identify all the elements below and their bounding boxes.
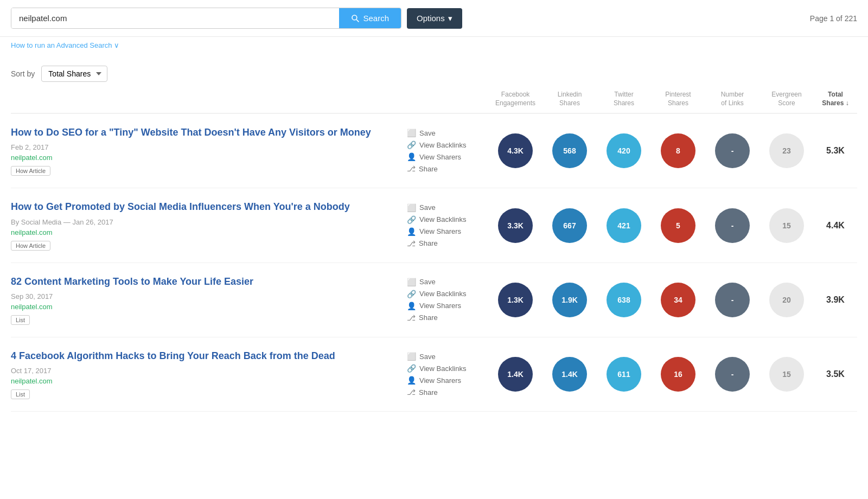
view-backlinks-action[interactable]: 🔗 View Backlinks — [407, 290, 466, 298]
col-evergreen: EvergreenScore — [760, 91, 814, 107]
link-icon: 🔗 — [407, 140, 416, 149]
facebook-circle: 1.3K — [498, 283, 533, 317]
article-source[interactable]: neilpatel.com — [11, 303, 391, 311]
twitter-metric: 638 — [597, 283, 651, 317]
col-facebook: FacebookEngagements — [488, 91, 542, 107]
article-actions: ⬜ Save 🔗 View Backlinks 👤 View Sharers ⎇… — [401, 278, 488, 322]
article-actions: ⬜ Save 🔗 View Backlinks 👤 View Sharers ⎇… — [401, 129, 488, 173]
article-source[interactable]: neilpatel.com — [11, 377, 391, 385]
article-info: 82 Content Marketing Tools to Make Your … — [11, 275, 401, 325]
linkedin-metric: 667 — [542, 208, 597, 243]
facebook-metric: 4.3K — [488, 133, 542, 168]
evergreen-metric: 15 — [760, 357, 814, 392]
save-icon: ⬜ — [407, 278, 416, 286]
linkedin-metric: 1.9K — [542, 283, 597, 317]
share-action[interactable]: ⎇ Share — [407, 164, 438, 173]
facebook-metric: 1.3K — [488, 283, 542, 317]
search-input[interactable] — [11, 8, 339, 28]
table-row: 4 Facebook Algorithm Hacks to Bring Your… — [11, 337, 857, 412]
article-title[interactable]: 4 Facebook Algorithm Hacks to Bring Your… — [11, 349, 391, 362]
sort-bar: Sort by Total Shares — [11, 58, 857, 87]
table-row: 82 Content Marketing Tools to Make Your … — [11, 263, 857, 337]
total-shares-value: 5.3K — [814, 146, 857, 156]
article-date: By Social Media — Jan 26, 2017 — [11, 218, 391, 226]
col-links: Numberof Links — [705, 91, 760, 107]
links-circle: - — [715, 208, 750, 243]
linkedin-circle: 1.9K — [552, 283, 587, 317]
pinterest-metric: 5 — [651, 208, 705, 243]
evergreen-circle: 20 — [769, 283, 804, 317]
view-sharers-action[interactable]: 👤 View Sharers — [407, 376, 461, 385]
facebook-metric: 3.3K — [488, 208, 542, 243]
article-tag: How Article — [11, 241, 50, 251]
view-backlinks-action[interactable]: 🔗 View Backlinks — [407, 140, 466, 149]
twitter-circle: 421 — [607, 208, 641, 243]
links-circle: - — [715, 357, 750, 392]
twitter-metric: 611 — [597, 357, 651, 392]
evergreen-circle: 15 — [769, 357, 804, 392]
twitter-circle: 638 — [607, 283, 641, 317]
save-icon: ⬜ — [407, 352, 416, 361]
share-action[interactable]: ⎇ Share — [407, 239, 438, 248]
article-title[interactable]: How to Get Promoted by Social Media Infl… — [11, 200, 391, 213]
evergreen-metric: 15 — [760, 208, 814, 243]
pinterest-metric: 34 — [651, 283, 705, 317]
article-tag: List — [11, 389, 30, 399]
links-metric: - — [705, 283, 760, 317]
article-source[interactable]: neilpatel.com — [11, 228, 391, 236]
svg-point-0 — [352, 15, 357, 20]
view-sharers-action[interactable]: 👤 View Sharers — [407, 152, 461, 161]
evergreen-metric: 23 — [760, 133, 814, 168]
article-date: Feb 2, 2017 — [11, 143, 391, 151]
page-indicator: Page 1 of 221 — [810, 14, 857, 23]
save-action[interactable]: ⬜ Save — [407, 352, 436, 361]
person-icon: 👤 — [407, 376, 416, 385]
links-circle: - — [715, 133, 750, 168]
content-area: Sort by Total Shares FacebookEngagements… — [0, 58, 868, 412]
article-title[interactable]: How to Do SEO for a "Tiny" Website That … — [11, 126, 391, 139]
linkedin-circle: 568 — [552, 133, 587, 168]
search-button[interactable]: Search — [339, 8, 401, 28]
table-row: How to Do SEO for a "Tiny" Website That … — [11, 114, 857, 188]
share-icon: ⎇ — [407, 388, 416, 396]
link-icon: 🔗 — [407, 215, 416, 224]
person-icon: 👤 — [407, 302, 416, 310]
sort-select[interactable]: Total Shares — [41, 66, 107, 82]
person-icon: 👤 — [407, 152, 416, 161]
save-action[interactable]: ⬜ Save — [407, 203, 436, 212]
article-tag: How Article — [11, 166, 50, 176]
view-backlinks-action[interactable]: 🔗 View Backlinks — [407, 215, 466, 224]
share-action[interactable]: ⎇ Share — [407, 314, 438, 322]
linkedin-circle: 667 — [552, 208, 587, 243]
col-total: TotalShares ↓ — [814, 91, 857, 107]
article-date: Sep 30, 2017 — [11, 292, 391, 300]
twitter-circle: 420 — [607, 133, 641, 168]
facebook-metric: 1.4K — [488, 357, 542, 392]
view-backlinks-action[interactable]: 🔗 View Backlinks — [407, 364, 466, 373]
pinterest-circle: 8 — [661, 133, 695, 168]
advanced-search-link[interactable]: How to run an Advanced Search ∨ — [0, 37, 868, 58]
save-icon: ⬜ — [407, 129, 416, 137]
view-sharers-action[interactable]: 👤 View Sharers — [407, 227, 461, 236]
article-actions: ⬜ Save 🔗 View Backlinks 👤 View Sharers ⎇… — [401, 352, 488, 396]
link-icon: 🔗 — [407, 364, 416, 373]
links-circle: - — [715, 283, 750, 317]
pinterest-circle: 16 — [661, 357, 695, 392]
save-action[interactable]: ⬜ Save — [407, 278, 436, 286]
article-source[interactable]: neilpatel.com — [11, 153, 391, 162]
svg-line-1 — [356, 20, 359, 22]
columns-header: FacebookEngagements LinkedinShares Twitt… — [11, 87, 857, 114]
sort-label: Sort by — [11, 69, 35, 78]
links-metric: - — [705, 208, 760, 243]
article-actions: ⬜ Save 🔗 View Backlinks 👤 View Sharers ⎇… — [401, 203, 488, 248]
share-action[interactable]: ⎇ Share — [407, 388, 438, 396]
options-button[interactable]: Options ▾ — [407, 8, 462, 29]
article-date: Oct 17, 2017 — [11, 367, 391, 375]
article-title[interactable]: 82 Content Marketing Tools to Make Your … — [11, 275, 391, 288]
search-icon — [351, 14, 360, 23]
view-sharers-action[interactable]: 👤 View Sharers — [407, 302, 461, 310]
col-twitter: TwitterShares — [597, 91, 651, 107]
save-icon: ⬜ — [407, 203, 416, 212]
total-shares-value: 3.5K — [814, 369, 857, 379]
save-action[interactable]: ⬜ Save — [407, 129, 436, 137]
